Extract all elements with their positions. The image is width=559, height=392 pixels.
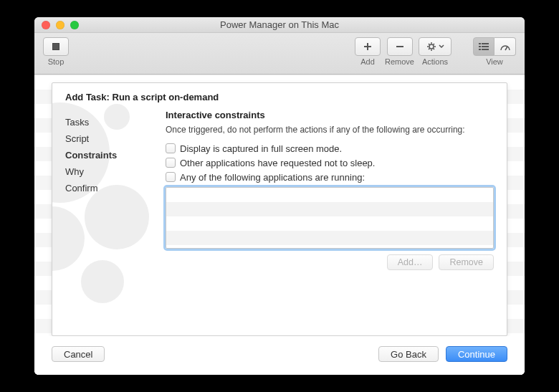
check-nosleep[interactable]: Other applications have requested not to…: [166, 158, 494, 168]
checkbox-icon: [166, 158, 176, 168]
checkbox-icon: [166, 143, 176, 153]
app-window: Power Manager on This Mac Stop Add Remov…: [34, 17, 525, 375]
check-label: Any of the following applications are ru…: [180, 172, 365, 183]
titlebar: Power Manager on This Mac: [34, 17, 525, 33]
sidebar-item-script[interactable]: Script: [65, 130, 151, 147]
sheet-title: Add Task: Run a script on-demand: [52, 83, 507, 110]
sheet-footer: Cancel Go Back Continue: [34, 336, 525, 375]
sidebar-item-constraints[interactable]: Constraints: [65, 147, 151, 163]
sidebar-item-tasks[interactable]: Tasks: [65, 114, 151, 130]
svg-point-1: [429, 44, 434, 49]
list-buttons: Add… Remove: [166, 254, 494, 270]
check-label: Display is captured in full screen mode.: [180, 143, 342, 154]
check-label: Other applications have requested not to…: [180, 158, 375, 168]
list-remove-button[interactable]: Remove: [439, 254, 494, 270]
add-label: Add: [360, 57, 375, 66]
window-title: Power Manager on This Mac: [34, 19, 525, 30]
constraints-panel: Interactive constraints Once triggered, …: [151, 110, 494, 328]
sidebar-item-confirm[interactable]: Confirm: [65, 180, 151, 196]
svg-rect-0: [396, 46, 403, 47]
gear-icon: [426, 42, 436, 52]
list-add-button[interactable]: Add…: [387, 254, 434, 270]
toolbar-view-group: View: [473, 37, 516, 66]
svg-rect-4: [479, 46, 481, 47]
toolbar-center: Add Remove Actions: [355, 37, 452, 66]
panel-heading: Interactive constraints: [166, 110, 494, 120]
view-gauge-button[interactable]: [494, 37, 516, 56]
stop-label: Stop: [48, 57, 64, 66]
check-apps-running[interactable]: Any of the following applications are ru…: [166, 172, 494, 183]
list-icon: [479, 42, 489, 51]
svg-rect-6: [479, 49, 481, 50]
svg-rect-7: [482, 49, 489, 50]
sidebar-item-why[interactable]: Why: [65, 163, 151, 180]
check-fullscreen[interactable]: Display is captured in full screen mode.: [166, 143, 494, 154]
svg-rect-3: [482, 43, 489, 44]
cancel-button[interactable]: Cancel: [52, 346, 105, 362]
add-task-sheet: Add Task: Run a script on-demand Tasks S…: [52, 82, 507, 336]
svg-line-8: [505, 47, 507, 50]
stop-button[interactable]: [43, 37, 69, 56]
view-list-button[interactable]: [473, 37, 494, 56]
remove-button[interactable]: [387, 37, 413, 56]
minus-icon: [395, 42, 405, 52]
view-label: View: [486, 57, 503, 66]
add-button[interactable]: [355, 37, 381, 56]
stop-icon: [52, 43, 59, 50]
continue-button[interactable]: Continue: [446, 346, 507, 362]
svg-rect-5: [482, 46, 489, 47]
chevron-down-icon: [439, 44, 444, 49]
applications-list[interactable]: [166, 187, 494, 249]
toolbar-stop-group: Stop: [43, 37, 69, 66]
toolbar: Stop Add Remove Actions: [34, 33, 525, 75]
actions-button[interactable]: [419, 37, 452, 56]
plus-icon: [363, 42, 373, 52]
svg-rect-2: [479, 43, 481, 44]
remove-label: Remove: [385, 57, 414, 66]
gauge-icon: [500, 42, 511, 51]
checkbox-icon: [166, 172, 176, 182]
actions-label: Actions: [422, 57, 448, 66]
go-back-button[interactable]: Go Back: [378, 346, 439, 362]
step-sidebar: Tasks Script Constraints Why Confirm: [65, 110, 151, 328]
content-area: Add Task: Run a script on-demand Tasks S…: [34, 75, 525, 375]
panel-description: Once triggered, do not perform the actio…: [166, 125, 494, 136]
